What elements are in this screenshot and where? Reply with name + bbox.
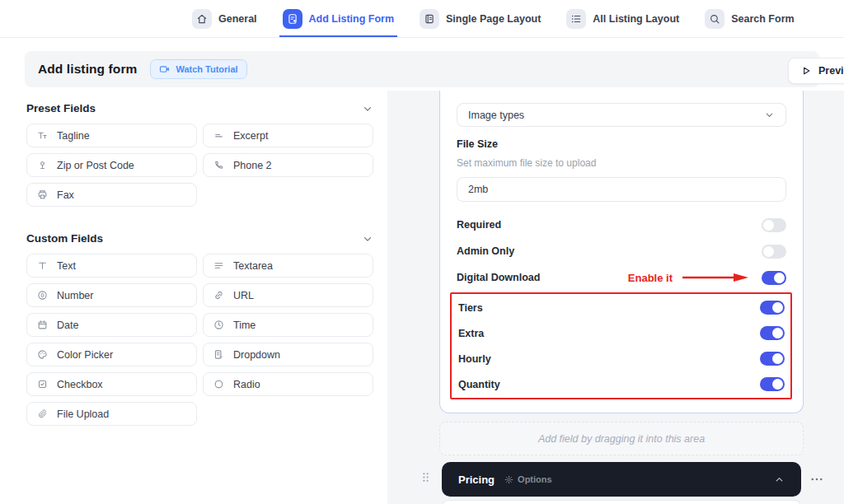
- page-title: Add listing form: [38, 62, 137, 77]
- tiers-toggle[interactable]: [760, 301, 785, 315]
- tiers-row: Tiers: [458, 295, 785, 320]
- clock-icon: [213, 320, 224, 330]
- enable-it-annotation: Enable it: [628, 272, 750, 284]
- preview-label: Preview: [818, 65, 844, 77]
- field-textarea[interactable]: Textarea: [203, 254, 373, 278]
- field-label: Text: [57, 260, 76, 272]
- toggle-label: Admin Only: [457, 245, 514, 257]
- image-types-select[interactable]: Image types: [457, 103, 786, 127]
- file-size-helper: Set maximum file size to upload: [457, 157, 786, 169]
- toggle-label: Digital Download: [457, 272, 540, 283]
- field-label: Excerpt: [233, 130, 268, 142]
- file-size-input[interactable]: 2mb: [457, 177, 786, 202]
- ellipsis-icon: [809, 472, 824, 487]
- file-size-label: File Size: [457, 138, 786, 150]
- tagline-icon: [37, 130, 48, 141]
- pricing-section-bar[interactable]: Pricing Options: [442, 462, 801, 497]
- top-tab-bar: General Add Listing Form Single Page Lay…: [0, 0, 844, 38]
- hourly-row: Hourly: [458, 346, 785, 371]
- annotation-text: Enable it: [628, 272, 673, 284]
- digital-download-toggle[interactable]: [762, 271, 786, 285]
- tab-add-listing-form[interactable]: Add Listing Form: [283, 0, 394, 37]
- link-icon: [213, 290, 224, 301]
- checkbox-icon: [37, 379, 48, 390]
- admin-only-toggle[interactable]: [762, 245, 786, 259]
- watch-tutorial-button[interactable]: Watch Tutorial: [150, 59, 246, 79]
- textarea-icon: [213, 260, 224, 271]
- field-dropzone[interactable]: Add field by dragging it into this area: [439, 422, 804, 455]
- field-url[interactable]: URL: [203, 283, 373, 307]
- field-tagline[interactable]: Tagline: [26, 124, 197, 147]
- map-pin-icon: [37, 160, 48, 170]
- toggle-label: Hourly: [458, 353, 491, 365]
- field-phone-2[interactable]: Phone 2: [203, 153, 373, 177]
- dropzone-text: Add field by dragging it into this area: [538, 433, 705, 445]
- field-label: Tagline: [57, 130, 90, 142]
- field-label: Date: [57, 320, 78, 331]
- watch-tutorial-label: Watch Tutorial: [176, 64, 237, 74]
- tab-label: General: [218, 13, 257, 25]
- field-excerpt[interactable]: Excerpt: [203, 124, 373, 147]
- required-toggle[interactable]: [762, 218, 786, 232]
- field-radio[interactable]: Radio: [203, 372, 373, 396]
- highlight-red-box: Tiers Extra Hourly Quantity: [450, 292, 792, 399]
- preset-fields-title: Preset Fields: [26, 102, 96, 114]
- select-value: Image types: [468, 110, 524, 121]
- drag-handle-icon[interactable]: [419, 470, 433, 484]
- field-label: Checkbox: [57, 379, 103, 390]
- field-label: Color Picker: [57, 349, 113, 361]
- search-icon: [705, 9, 724, 29]
- tab-search-form[interactable]: Search Form: [705, 0, 794, 37]
- extra-toggle[interactable]: [760, 326, 785, 340]
- text-icon: [37, 260, 48, 271]
- palette-icon: [37, 349, 48, 360]
- field-label: Textarea: [233, 260, 273, 272]
- field-fax[interactable]: Fax: [26, 183, 197, 207]
- fields-sidebar: Preset Fields Tagline Excerpt Zip or Pos…: [0, 91, 387, 504]
- tab-label: Single Page Layout: [446, 13, 541, 25]
- hourly-toggle[interactable]: [760, 352, 785, 366]
- field-zip-or-post-code[interactable]: Zip or Post Code: [26, 153, 197, 177]
- tab-all-listing-layout[interactable]: All Listing Layout: [566, 0, 679, 37]
- field-checkbox[interactable]: Checkbox: [26, 372, 197, 396]
- field-label: Time: [233, 320, 256, 331]
- quantity-row: Quantity: [458, 371, 785, 397]
- field-color-picker[interactable]: Color Picker: [26, 343, 197, 366]
- custom-fields-header[interactable]: Custom Fields: [26, 232, 373, 245]
- digital-download-row: Digital Download Enable it: [457, 264, 786, 291]
- preview-button[interactable]: Preview: [788, 58, 844, 84]
- field-label: Zip or Post Code: [57, 160, 134, 171]
- field-dropdown[interactable]: Dropdown: [203, 343, 373, 366]
- chevron-down-icon[interactable]: [362, 233, 373, 245]
- field-label: Number: [57, 290, 93, 301]
- pricing-options-button[interactable]: Options: [504, 474, 552, 484]
- pricing-title: Pricing: [458, 474, 495, 486]
- tab-single-page-layout[interactable]: Single Page Layout: [420, 0, 541, 37]
- field-text[interactable]: Text: [26, 254, 197, 278]
- preset-fields-header[interactable]: Preset Fields: [26, 102, 373, 114]
- home-icon: [192, 9, 212, 29]
- field-file-upload[interactable]: File Upload: [26, 402, 197, 426]
- chevron-up-icon[interactable]: [774, 474, 785, 485]
- custom-fields-grid: Text Textarea Number URL Date Time Color…: [26, 254, 373, 426]
- toggle-label: Extra: [458, 328, 484, 339]
- gear-icon: [504, 475, 513, 484]
- phone-icon: [213, 160, 224, 170]
- quantity-toggle[interactable]: [760, 377, 785, 391]
- field-date[interactable]: Date: [26, 313, 197, 337]
- field-time[interactable]: Time: [203, 313, 373, 337]
- video-camera-icon: [159, 63, 171, 75]
- number-icon: [37, 290, 48, 301]
- ellipsis-menu-button[interactable]: [809, 472, 824, 487]
- extra-row: Extra: [458, 320, 785, 346]
- calendar-icon: [37, 320, 48, 330]
- printer-icon: [37, 189, 48, 200]
- field-label: Radio: [233, 379, 260, 390]
- tab-label: Search Form: [731, 13, 794, 25]
- main-area: Preset Fields Tagline Excerpt Zip or Pos…: [0, 91, 844, 504]
- tab-general[interactable]: General: [192, 0, 257, 37]
- admin-only-row: Admin Only: [457, 238, 786, 264]
- field-number[interactable]: Number: [26, 283, 197, 307]
- chevron-down-icon[interactable]: [362, 103, 373, 114]
- dropdown-icon: [213, 349, 224, 360]
